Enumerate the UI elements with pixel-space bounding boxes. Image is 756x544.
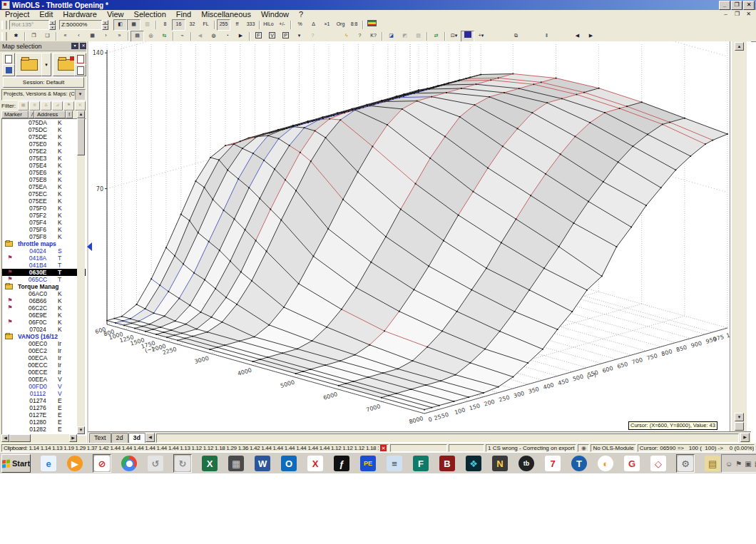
toolbar-nav-grip[interactable]	[1, 32, 7, 41]
last-map-button[interactable]: »	[113, 31, 126, 42]
new-map-button[interactable]	[2, 53, 15, 65]
list-item[interactable]: 075DAK	[2, 119, 86, 126]
list-item-folder[interactable]: Torque Manag	[2, 283, 86, 290]
difference-mode-button[interactable]: Δ	[307, 19, 320, 31]
open-project-button[interactable]	[16, 53, 42, 76]
zoom-preset-button[interactable]: ⊡▾	[447, 31, 461, 42]
save-button[interactable]	[2, 64, 15, 76]
session-button[interactable]: Session: Default	[3, 77, 84, 88]
color-swatch-button[interactable]	[461, 31, 474, 42]
next-map-button[interactable]: ›	[99, 31, 113, 42]
chrome-icon[interactable]	[121, 455, 138, 472]
column-header-/[interactable]: /	[29, 111, 34, 118]
rotation-field[interactable]: Rot:135°	[9, 20, 49, 30]
window-arrange-button[interactable]: ❑	[41, 31, 54, 42]
column-header-address[interactable]: Address	[34, 111, 66, 118]
panel-pin-button[interactable]: ▾	[71, 43, 78, 49]
list-item[interactable]: 01280E	[2, 419, 86, 426]
list-item[interactable]: 00ECAIr	[2, 354, 86, 361]
prev-version-button[interactable]: ◀	[193, 31, 207, 42]
media-player-icon[interactable]: ▶	[66, 455, 83, 472]
filter-corner-button[interactable]: ⊿	[52, 101, 63, 111]
list-item-folder[interactable]: throttle maps	[2, 240, 86, 247]
calculator-icon[interactable]: ≡	[386, 455, 403, 472]
thunderbird-icon[interactable]: T	[571, 455, 588, 472]
map-scroll-down-icon[interactable]: ▼	[735, 413, 744, 421]
list-item[interactable]: 01112V	[2, 390, 86, 397]
list-item[interactable]: ⚑06C2CK	[2, 304, 86, 312]
list-scroll-down-icon[interactable]: ▼	[77, 426, 85, 434]
list-item[interactable]: 075DEK	[2, 133, 86, 140]
statistics-3d-button[interactable]: ▨	[412, 31, 425, 42]
list-item[interactable]: 06E9EK	[2, 312, 86, 319]
first-map-button[interactable]: «	[58, 31, 72, 42]
view-preview-button[interactable]: ▥	[141, 19, 154, 31]
tray-flag-icon[interactable]: ⚑	[735, 460, 742, 468]
original-values-button[interactable]: Org	[334, 19, 347, 31]
list-item[interactable]: 00ECCIr	[2, 361, 86, 369]
file-explorer-icon[interactable]: ▤	[704, 455, 721, 472]
statistics-button[interactable]: ◪	[384, 31, 398, 42]
sync-gray-1-icon[interactable]: ↺	[147, 455, 164, 472]
window-dropdown-button[interactable]: ▾	[292, 31, 306, 42]
signed-values-button[interactable]: +/-	[275, 19, 289, 31]
list-item[interactable]: 075F8K	[2, 233, 86, 240]
tab-2d[interactable]: 2d	[111, 433, 128, 443]
excel-icon[interactable]: X	[201, 455, 218, 472]
swap-projects-button[interactable]: ⇄	[429, 31, 443, 42]
split-view-button[interactable]: 8:8	[347, 19, 361, 31]
list-item[interactable]: 01276E	[2, 404, 86, 411]
flash-tool-icon[interactable]: F	[412, 455, 429, 472]
prev-map-button[interactable]: ‹	[72, 31, 86, 42]
list-item[interactable]: 075DCK	[2, 126, 86, 133]
list-item[interactable]: 075F4K	[2, 219, 86, 226]
color-scale-button[interactable]	[365, 19, 379, 31]
power-connect-button[interactable]: ϟ	[339, 31, 353, 42]
split-vertical-button[interactable]: ‖	[540, 31, 553, 42]
rotation-spinner[interactable]: ▲▼	[49, 20, 56, 30]
width-float-button[interactable]: FL	[199, 19, 213, 31]
pe-editor-icon[interactable]: PE	[359, 455, 377, 472]
context-help-button[interactable]: ?	[306, 31, 320, 42]
view-table-button[interactable]: ▦	[127, 19, 141, 31]
version-window-button[interactable]: V	[265, 31, 279, 42]
write-version-button[interactable]: ◔	[220, 31, 234, 42]
menu-item-project[interactable]: Project	[0, 10, 34, 19]
tab-scroll-left-icon[interactable]: ◀	[145, 433, 155, 442]
whats-this-button[interactable]: K?	[367, 31, 380, 42]
outlook-icon[interactable]: O	[280, 455, 297, 472]
map-overview-button[interactable]: ▦	[86, 31, 99, 42]
scroll-windows-right-button[interactable]: ▶	[584, 31, 598, 42]
map-scroll-up-icon[interactable]: ▲	[735, 42, 744, 51]
tab-3d[interactable]: 3d	[128, 433, 146, 443]
column-header-marker[interactable]: Marker	[1, 111, 29, 118]
width-32-button[interactable]: 32	[185, 19, 199, 31]
menu-item-selection[interactable]: Selection	[129, 10, 171, 19]
doc-add-button[interactable]	[74, 64, 86, 76]
g-tool-icon[interactable]: G	[623, 455, 640, 472]
list-item[interactable]: 075F2K	[2, 212, 86, 219]
minimize-button[interactable]: _	[719, 1, 730, 10]
percent-mode-button[interactable]: %	[293, 19, 307, 31]
project-window-button[interactable]: P	[279, 31, 292, 42]
list-item[interactable]: 06AC0K	[2, 290, 86, 297]
list-scroll-thumb[interactable]	[77, 118, 85, 155]
list-scroll-up-icon[interactable]: ▲	[77, 111, 85, 118]
list-item[interactable]: 075E4K	[2, 162, 86, 169]
clipboard-clear-icon[interactable]: ✕	[380, 445, 387, 451]
window-new-button[interactable]: ❐	[27, 31, 41, 42]
molecules-icon[interactable]: ❖	[465, 455, 482, 472]
next-version-button[interactable]: ▶	[234, 31, 247, 42]
mdi-minimize-button[interactable]: –	[720, 10, 731, 19]
menu-item-find[interactable]: Find	[171, 10, 196, 19]
scroll-windows-left-button[interactable]: ◀	[571, 31, 584, 42]
seven-app-icon[interactable]: 7	[544, 455, 561, 472]
list-item[interactable]: ⚑0418AT	[2, 255, 86, 262]
list-item[interactable]: 075EAK	[2, 183, 86, 190]
filter-delta-button[interactable]: Δ	[41, 101, 51, 111]
list-item[interactable]: 00EEAV	[2, 376, 86, 383]
menu-item-window[interactable]: Window	[256, 10, 294, 19]
view-3d-button[interactable]: ◧	[113, 19, 127, 31]
tab-scroll-right-icon[interactable]: ▶	[740, 433, 750, 442]
toolbar-grip[interactable]	[1, 21, 7, 29]
